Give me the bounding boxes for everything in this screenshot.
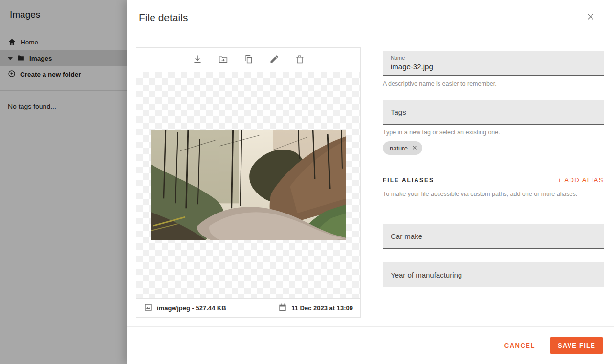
add-alias-button[interactable]: + ADD ALIAS [558,176,604,184]
tag-chip-nature[interactable]: nature [383,141,422,155]
close-button[interactable] [585,11,596,23]
chip-close-icon[interactable] [412,145,417,152]
modal-header: File details [127,0,614,35]
preview-card: image/jpeg - 527.44 KB 11 Dec 2023 at 13… [136,47,361,318]
preview-toolbar [136,48,360,72]
tag-chip-row: nature [383,141,604,155]
tags-helper-text: Type in a new tag or select an existing … [383,129,604,136]
tags-field-placeholder: Tags [391,108,406,116]
edit-button[interactable] [268,53,280,66]
photo-forest-road [151,130,346,240]
calendar-icon [278,303,287,313]
tags-field[interactable]: Tags [383,100,604,125]
file-date-text: 11 Dec 2023 at 13:09 [291,304,353,312]
year-of-manufacturing-field[interactable]: Year of manufacturing [383,262,604,287]
name-helper-text: A descriptive name is easier to remember… [383,80,604,87]
image-icon [144,303,153,313]
cancel-button[interactable]: CANCEL [504,342,535,349]
pencil-icon [269,54,279,65]
file-aliases-section-header: FILE ALIASES + ADD ALIAS [383,176,604,184]
move-to-folder-icon [218,54,228,66]
car-make-placeholder: Car make [391,232,422,240]
save-file-button[interactable]: SAVE FILE [550,337,603,354]
file-date: 11 Dec 2023 at 13:09 [278,303,353,313]
modal-footer: CANCEL SAVE FILE [127,326,614,364]
copy-icon [244,54,254,65]
delete-button[interactable] [294,53,306,66]
modal-title: File details [139,12,188,23]
file-type-size-text: image/jpeg - 527.44 KB [157,304,226,312]
file-aliases-heading: FILE ALIASES [383,177,434,184]
download-button[interactable] [192,53,203,66]
preview-pane: image/jpeg - 527.44 KB 11 Dec 2023 at 13… [127,35,370,326]
download-icon [193,54,202,65]
close-icon [586,12,595,22]
modal-body: image/jpeg - 527.44 KB 11 Dec 2023 at 13… [127,35,614,326]
details-form: Name image-32.jpg A descriptive name is … [370,35,614,326]
file-details-modal: File details [127,0,614,364]
aliases-helper-text: To make your file accessible via custom … [383,191,604,197]
year-of-manufacturing-placeholder: Year of manufacturing [391,271,462,279]
tag-chip-label: nature [390,145,408,152]
move-to-folder-button[interactable] [217,53,229,67]
trash-icon [295,54,305,65]
name-field-label: Name [391,55,596,61]
file-meta-bar: image/jpeg - 527.44 KB 11 Dec 2023 at 13… [136,298,360,317]
duplicate-button[interactable] [243,53,255,66]
car-make-field[interactable]: Car make [383,224,604,249]
transparency-checker-canvas [136,72,360,298]
name-field-value: image-32.jpg [391,63,596,71]
name-field[interactable]: Name image-32.jpg [383,51,604,76]
file-type-size: image/jpeg - 527.44 KB [144,303,226,313]
